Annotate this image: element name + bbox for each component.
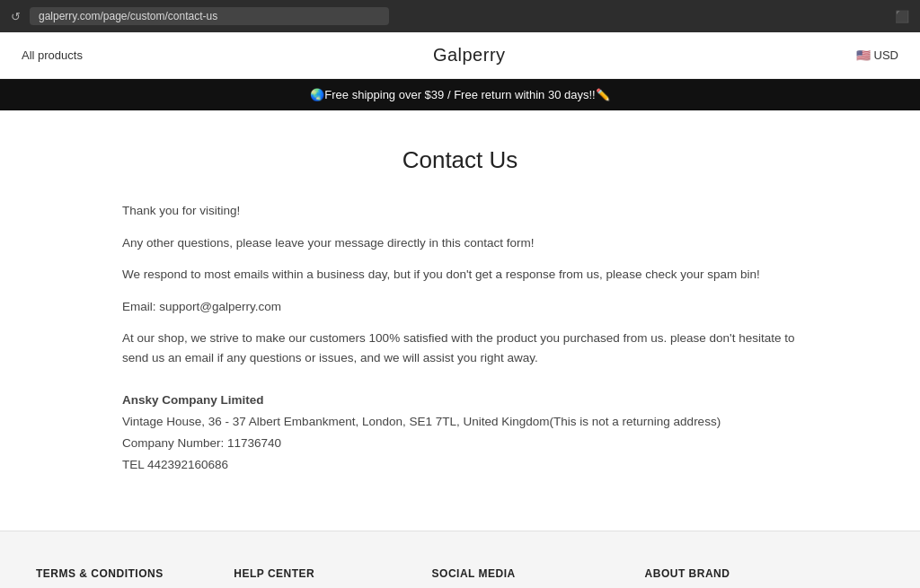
footer-about-heading: About brand <box>645 567 884 580</box>
flag-icon: 🇺🇸 <box>856 48 871 62</box>
email-info: Email: support@galperry.com <box>122 297 798 317</box>
promo-banner: 🌏Free shipping over $39 / Free return wi… <box>0 79 920 110</box>
footer-about-section: About brand Consultants from the Brand C… <box>645 567 884 588</box>
paragraph-5: At our shop, we strive to make our custo… <box>122 329 798 367</box>
browser-chrome: ↺ galperry.com/page/custom/contact-us ⬛ <box>0 0 920 32</box>
extension-icon: ⬛ <box>895 10 909 23</box>
site-header: All products Galperry 🇺🇸 USD <box>0 32 920 79</box>
paragraph-2: Any other questions, please leave your m… <box>122 233 798 253</box>
footer-help-heading: HELP CENTER <box>234 567 404 580</box>
footer-terms-section: TERMS & CONDITIONS About Us Privacy Poli… <box>36 567 207 588</box>
footer-social-heading: Social media <box>432 567 618 580</box>
refresh-icon[interactable]: ↺ <box>11 10 21 23</box>
company-name: Ansky Company Limited <box>122 390 798 411</box>
promo-text: 🌏Free shipping over $39 / Free return wi… <box>310 88 609 101</box>
address-street: Vintage House, 36 - 37 Albert Embankment… <box>122 411 798 433</box>
site-footer: TERMS & CONDITIONS About Us Privacy Poli… <box>0 531 920 588</box>
main-content: Contact Us Thank you for visiting! Any o… <box>101 110 819 531</box>
address-block: Ansky Company Limited Vintage House, 36 … <box>122 390 798 477</box>
url-bar[interactable]: galperry.com/page/custom/contact-us <box>30 7 389 25</box>
page-title: Contact Us <box>122 146 798 174</box>
company-number: Company Number: 11736740 <box>122 433 798 454</box>
tel-number: TEL 442392160686 <box>122 454 798 476</box>
site-logo[interactable]: Galperry <box>433 45 506 66</box>
all-products-link[interactable]: All products <box>22 48 83 62</box>
paragraph-3: We respond to most emails within a busin… <box>122 265 798 285</box>
currency-selector[interactable]: 🇺🇸 USD <box>856 48 898 62</box>
currency-code: USD <box>874 48 898 62</box>
footer-help-section: HELP CENTER Contact Us Track Your Order … <box>234 567 404 588</box>
footer-terms-heading: TERMS & CONDITIONS <box>36 567 207 580</box>
footer-social-section: Social media Show a newsletter sign up a… <box>432 567 618 588</box>
paragraph-1: Thank you for visiting! <box>122 201 798 221</box>
